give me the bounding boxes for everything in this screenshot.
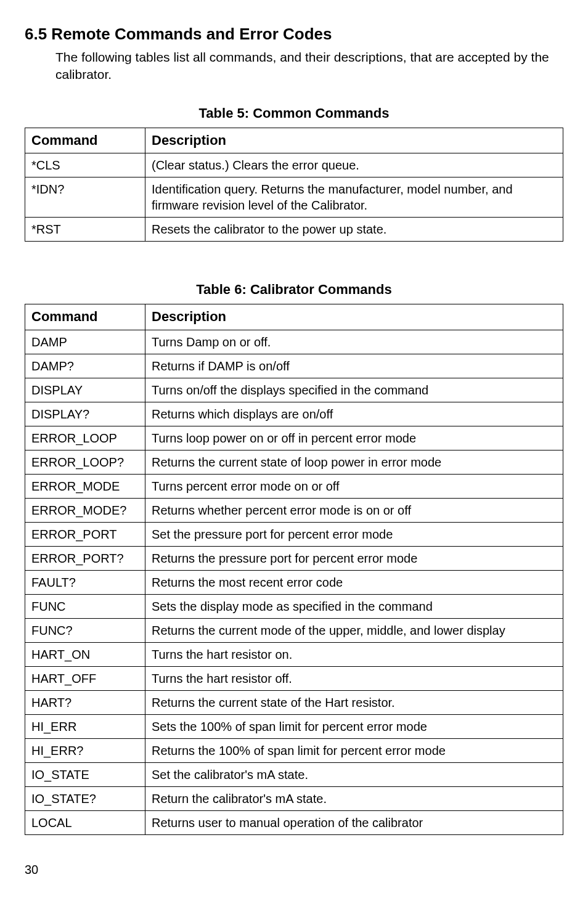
cell-command: LOCAL: [25, 810, 145, 834]
cell-description: Set the pressure port for percent error …: [145, 522, 563, 546]
intro-text: The following tables list all commands, …: [55, 49, 563, 84]
table-row: HI_ERRSets the 100% of span limit for pe…: [25, 714, 563, 738]
cell-description: Sets the display mode as specified in th…: [145, 594, 563, 618]
header-description: Description: [145, 304, 563, 330]
table-row: *RSTResets the calibrator to the power u…: [25, 218, 563, 242]
table-header-row: Command Description: [25, 304, 563, 330]
cell-description: Turns loop power on or off in percent er…: [145, 426, 563, 450]
table-row: HART?Returns the current state of the Ha…: [25, 690, 563, 714]
cell-command: DISPLAY?: [25, 402, 145, 426]
cell-description: Returns if DAMP is on/off: [145, 354, 563, 378]
table-row: IO_STATE?Return the calibrator's mA stat…: [25, 786, 563, 810]
cell-description: Returns the current state of loop power …: [145, 450, 563, 474]
cell-description: Returns the most recent error code: [145, 570, 563, 594]
cell-command: FUNC?: [25, 618, 145, 642]
table-row: HI_ERR?Returns the 100% of span limit fo…: [25, 738, 563, 762]
cell-command: IO_STATE?: [25, 786, 145, 810]
table-row: ERROR_PORTSet the pressure port for perc…: [25, 522, 563, 546]
cell-description: Returns which displays are on/off: [145, 402, 563, 426]
cell-command: *IDN?: [25, 177, 145, 218]
cell-description: Returns the current state of the Hart re…: [145, 690, 563, 714]
table-row: ERROR_LOOP?Returns the current state of …: [25, 450, 563, 474]
cell-command: ERROR_PORT: [25, 522, 145, 546]
cell-command: HART?: [25, 690, 145, 714]
header-command: Command: [25, 128, 145, 153]
cell-description: Set the calibrator's mA state.: [145, 762, 563, 786]
cell-command: ERROR_LOOP: [25, 426, 145, 450]
cell-command: ERROR_LOOP?: [25, 450, 145, 474]
cell-description: (Clear status.) Clears the error queue.: [145, 153, 563, 177]
cell-command: DISPLAY: [25, 378, 145, 402]
cell-command: FAULT?: [25, 570, 145, 594]
cell-command: ERROR_PORT?: [25, 546, 145, 570]
header-description: Description: [145, 128, 563, 153]
cell-command: DAMP?: [25, 354, 145, 378]
cell-command: IO_STATE: [25, 762, 145, 786]
table-6-title: Table 6: Calibrator Commands: [25, 282, 563, 298]
table-5-title: Table 5: Common Commands: [25, 105, 563, 121]
table-row: *CLS(Clear status.) Clears the error que…: [25, 153, 563, 177]
table-row: *IDN?Identification query. Returns the m…: [25, 177, 563, 218]
cell-description: Turns the hart resistor off.: [145, 666, 563, 690]
table-row: ERROR_LOOPTurns loop power on or off in …: [25, 426, 563, 450]
section-heading: 6.5 Remote Commands and Error Codes: [25, 25, 563, 44]
cell-description: Turns on/off the displays specified in t…: [145, 378, 563, 402]
cell-description: Identification query. Returns the manufa…: [145, 177, 563, 218]
table-5: Command Description *CLS(Clear status.) …: [25, 128, 563, 242]
cell-command: HI_ERR?: [25, 738, 145, 762]
cell-description: Resets the calibrator to the power up st…: [145, 218, 563, 242]
table-row: DAMP?Returns if DAMP is on/off: [25, 354, 563, 378]
cell-command: *CLS: [25, 153, 145, 177]
table-row: DISPLAY?Returns which displays are on/of…: [25, 402, 563, 426]
cell-command: FUNC: [25, 594, 145, 618]
cell-description: Sets the 100% of span limit for percent …: [145, 714, 563, 738]
cell-command: ERROR_MODE?: [25, 498, 145, 522]
cell-description: Turns the hart resistor on.: [145, 642, 563, 666]
table-row: FUNC?Returns the current mode of the upp…: [25, 618, 563, 642]
cell-description: Returns the 100% of span limit for perce…: [145, 738, 563, 762]
page-number: 30: [25, 863, 563, 877]
cell-description: Returns whether percent error mode is on…: [145, 498, 563, 522]
cell-description: Turns percent error mode on or off: [145, 474, 563, 498]
table-row: ERROR_MODE?Returns whether percent error…: [25, 498, 563, 522]
cell-description: Returns the current mode of the upper, m…: [145, 618, 563, 642]
table-row: FAULT?Returns the most recent error code: [25, 570, 563, 594]
cell-command: HART_OFF: [25, 666, 145, 690]
table-6: Command Description DAMPTurns Damp on or…: [25, 304, 563, 835]
cell-description: Returns the pressure port for percent er…: [145, 546, 563, 570]
table-row: FUNCSets the display mode as specified i…: [25, 594, 563, 618]
table-row: ERROR_PORT?Returns the pressure port for…: [25, 546, 563, 570]
cell-command: HI_ERR: [25, 714, 145, 738]
cell-description: Turns Damp on or off.: [145, 330, 563, 354]
cell-description: Returns user to manual operation of the …: [145, 810, 563, 834]
table-row: IO_STATESet the calibrator's mA state.: [25, 762, 563, 786]
cell-command: ERROR_MODE: [25, 474, 145, 498]
header-command: Command: [25, 304, 145, 330]
table-row: HART_ONTurns the hart resistor on.: [25, 642, 563, 666]
cell-command: DAMP: [25, 330, 145, 354]
table-row: LOCALReturns user to manual operation of…: [25, 810, 563, 834]
table-row: ERROR_MODETurns percent error mode on or…: [25, 474, 563, 498]
table-row: HART_OFFTurns the hart resistor off.: [25, 666, 563, 690]
table-row: DISPLAYTurns on/off the displays specifi…: [25, 378, 563, 402]
cell-command: HART_ON: [25, 642, 145, 666]
cell-command: *RST: [25, 218, 145, 242]
cell-description: Return the calibrator's mA state.: [145, 786, 563, 810]
table-row: DAMPTurns Damp on or off.: [25, 330, 563, 354]
table-header-row: Command Description: [25, 128, 563, 153]
